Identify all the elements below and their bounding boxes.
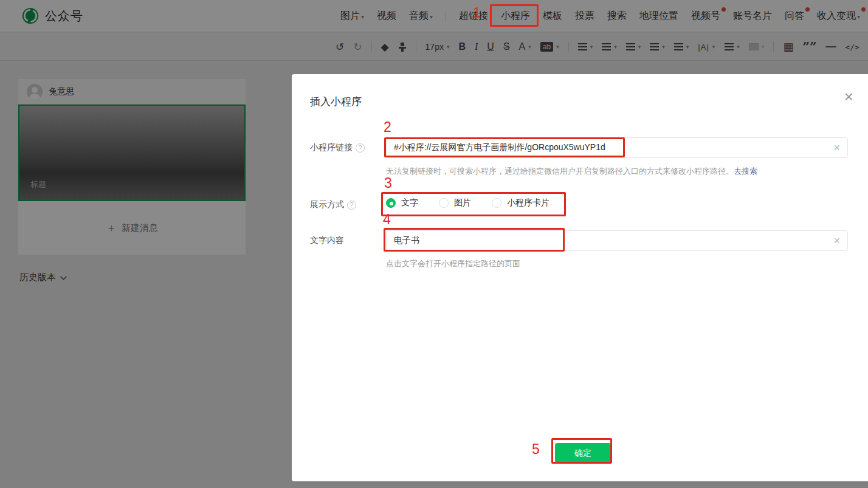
radio-text[interactable]: 文字 (386, 198, 418, 208)
clear-icon[interactable]: × (833, 235, 840, 246)
insert-mini-program-dialog: 插入小程序 × 小程序链接 ? #小程序://云展网官方电子画册制作/gORcp… (292, 74, 868, 481)
display-field-label: 展示方式 ? (310, 199, 356, 210)
display-mode-radio-group: 文字 图片 小程序卡片 (386, 198, 549, 208)
radio-card[interactable]: 小程序卡片 (492, 198, 549, 208)
radio-image[interactable]: 图片 (439, 198, 471, 208)
link-value: #小程序://云展网官方电子画册制作/gORcpouX5wuYP1d (394, 142, 605, 153)
dialog-title: 插入小程序 (310, 95, 362, 109)
text-content-input[interactable]: 电子书 × (386, 230, 848, 251)
confirm-button[interactable]: 确定 (555, 443, 611, 463)
help-icon[interactable]: ? (347, 201, 356, 210)
close-icon[interactable]: × (844, 89, 853, 105)
radio-selected-icon (386, 198, 396, 208)
mini-program-link-input[interactable]: #小程序://云展网官方电子画册制作/gORcpouX5wuYP1d × (386, 137, 848, 158)
link-hint: 无法复制链接时，可搜索小程序，通过给指定微信用户开启复制路径入口的方式来修改小程… (386, 166, 757, 177)
radio-icon (439, 198, 449, 208)
text-value: 电子书 (394, 235, 419, 246)
help-icon[interactable]: ? (356, 143, 365, 153)
link-field-label: 小程序链接 ? (310, 142, 365, 153)
text-field-label: 文字内容 (310, 235, 344, 246)
go-search-link[interactable]: 去搜索 (734, 167, 757, 176)
text-hint: 点击文字会打开小程序指定路径的页面 (386, 258, 520, 269)
clear-icon[interactable]: × (833, 142, 840, 153)
radio-icon (492, 198, 501, 208)
